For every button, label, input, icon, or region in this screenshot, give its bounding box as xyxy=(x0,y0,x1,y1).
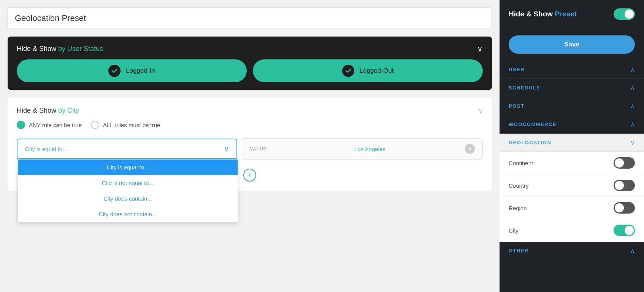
sidebar-other-chevron-icon: ∧ xyxy=(630,247,635,254)
geo-country-knob xyxy=(615,181,624,190)
geo-item-region: Region xyxy=(500,197,644,219)
sidebar-other-label: OTHER xyxy=(509,248,529,254)
geo-item-country: Country xyxy=(500,174,644,197)
sidebar-schedule-chevron-icon: ∧ xyxy=(630,84,635,91)
sidebar-item-schedule[interactable]: SCHEDULE ∧ xyxy=(500,79,644,97)
panel-header-user-status: Hide & Show by User Status ∨ xyxy=(17,44,483,53)
clear-value-button[interactable]: ✕ xyxy=(465,144,475,154)
sidebar-woocommerce-label: WOOCOMMERCE xyxy=(509,121,557,127)
dropdown-option-0[interactable]: City is equal to... xyxy=(18,160,238,175)
sidebar-title: Hide & Show Preset xyxy=(509,10,577,18)
sidebar-post-chevron-icon: ∧ xyxy=(630,102,635,110)
dropdown-arrow-icon: ∨ xyxy=(224,145,229,153)
geo-item-continent: Continent xyxy=(500,152,644,174)
logged-in-check xyxy=(108,65,121,77)
sidebar-post-label: POST xyxy=(509,103,524,109)
sidebar-item-woocommerce[interactable]: WOOCOMMERCE ∧ xyxy=(500,115,644,134)
dropdown-option-2[interactable]: City does contain... xyxy=(18,191,238,206)
dropdown-option-1[interactable]: City is not equal to... xyxy=(18,175,238,191)
dropdown-option-3[interactable]: City does not contain... xyxy=(18,206,238,222)
toggle-knob xyxy=(625,10,634,19)
main-content: Hide & Show by User Status ∨ Logged-In xyxy=(0,0,500,292)
save-button[interactable]: Save xyxy=(509,35,635,54)
user-status-chevron[interactable]: ∨ xyxy=(477,44,483,53)
geo-city-toggle[interactable] xyxy=(614,225,635,236)
value-text: Los Angeles xyxy=(275,146,465,152)
sidebar-item-other[interactable]: OTHER ∧ xyxy=(500,242,644,260)
city-panel: Hide & Show by City ∨ ANY rule can be tr… xyxy=(8,97,492,191)
logged-in-button[interactable]: Logged-In xyxy=(17,59,247,82)
geo-continent-toggle[interactable] xyxy=(614,157,635,169)
all-rule-label: ALL rules must be true xyxy=(103,122,160,128)
user-status-panel: Hide & Show by User Status ∨ Logged-In xyxy=(8,37,492,90)
geo-region-toggle[interactable] xyxy=(614,202,635,214)
sidebar-geolocation-label: GEOLOCATION xyxy=(509,140,551,145)
geo-city-knob xyxy=(625,226,634,235)
add-rule-button[interactable]: + xyxy=(243,169,256,182)
city-title: Hide & Show by City xyxy=(17,107,79,115)
user-status-title: Hide & Show by User Status xyxy=(17,45,103,53)
sidebar: Hide & Show Preset Save USER ∧ SCHEDULE … xyxy=(500,0,644,292)
sidebar-item-user[interactable]: USER ∧ xyxy=(500,61,644,79)
value-field: VALUE: Los Angeles ✕ xyxy=(242,138,483,160)
logged-out-check xyxy=(342,65,354,77)
logged-in-label: Logged-In xyxy=(126,67,155,75)
any-rule-radio[interactable] xyxy=(17,121,25,129)
sidebar-header: Hide & Show Preset xyxy=(500,0,644,29)
geo-region-knob xyxy=(615,203,624,212)
preset-title-input[interactable] xyxy=(8,8,492,29)
city-chevron[interactable]: ∨ xyxy=(478,107,483,114)
any-rule-label: ANY rule can be true xyxy=(29,122,82,128)
geo-country-label: Country xyxy=(509,182,529,189)
geo-region-label: Region xyxy=(509,205,527,211)
geo-item-city: City xyxy=(500,219,644,242)
add-icon: + xyxy=(247,171,252,180)
sidebar-user-chevron-icon: ∧ xyxy=(630,66,635,73)
geo-city-label: City xyxy=(509,227,519,234)
sidebar-item-geolocation[interactable]: GEOLOCATION ∨ xyxy=(500,134,644,152)
any-rule-option[interactable]: ANY rule can be true xyxy=(17,121,82,129)
logged-out-button[interactable]: Logged-Out xyxy=(253,59,483,82)
condition-dropdown-menu: City is equal to... City is not equal to… xyxy=(17,159,238,222)
condition-dropdown[interactable]: City is equal to... ∨ City is equal to..… xyxy=(17,139,237,159)
all-rule-option[interactable]: ALL rules must be true xyxy=(91,121,160,129)
condition-dropdown-value: City is equal to... xyxy=(25,146,67,152)
sidebar-item-post[interactable]: POST ∧ xyxy=(500,97,644,115)
sidebar-schedule-label: SCHEDULE xyxy=(509,85,541,91)
status-buttons-row: Logged-In Logged-Out xyxy=(17,59,483,82)
value-label: VALUE: xyxy=(250,146,269,152)
sidebar-woocommerce-chevron-icon: ∧ xyxy=(630,121,635,128)
all-rule-radio[interactable] xyxy=(91,121,99,129)
geo-continent-label: Continent xyxy=(509,160,533,166)
logged-out-label: Logged-Out xyxy=(360,67,394,75)
geo-country-toggle[interactable] xyxy=(614,180,635,191)
rule-toggles: ANY rule can be true ALL rules must be t… xyxy=(17,121,483,129)
geo-continent-knob xyxy=(615,158,624,168)
condition-row: City is equal to... ∨ City is equal to..… xyxy=(17,138,483,160)
sidebar-geolocation-chevron-icon: ∨ xyxy=(630,139,635,146)
preset-toggle[interactable] xyxy=(614,8,635,20)
sidebar-user-label: USER xyxy=(509,67,525,72)
panel-header-city: Hide & Show by City ∨ xyxy=(17,107,483,115)
